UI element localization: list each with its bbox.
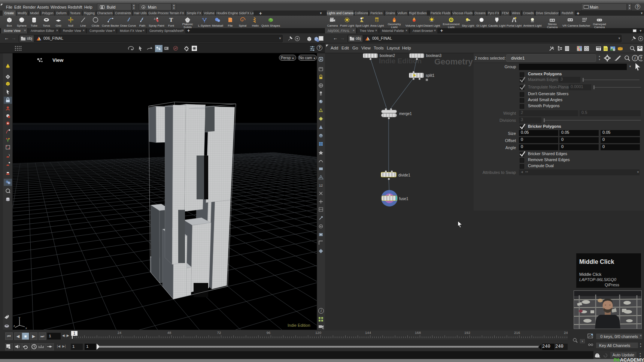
svg-text:96: 96 (267, 331, 271, 335)
svg-text:168: 168 (415, 331, 421, 335)
svg-text:192: 192 (464, 331, 470, 335)
svg-text:z: z (13, 324, 15, 328)
svg-text:y: y (19, 316, 20, 319)
svg-text:i: i (635, 56, 636, 60)
svg-text:72: 72 (217, 331, 221, 335)
svg-text:x: x (25, 326, 27, 329)
svg-text:24: 24 (118, 331, 122, 335)
svg-text:120: 120 (315, 331, 321, 335)
svg-text:?: ? (640, 56, 642, 60)
svg-text:216: 216 (514, 331, 520, 335)
svg-text:48: 48 (167, 331, 171, 335)
svg-text:12: 12 (319, 184, 323, 187)
svg-text:T: T (169, 17, 173, 23)
svg-text:144: 144 (365, 331, 371, 335)
